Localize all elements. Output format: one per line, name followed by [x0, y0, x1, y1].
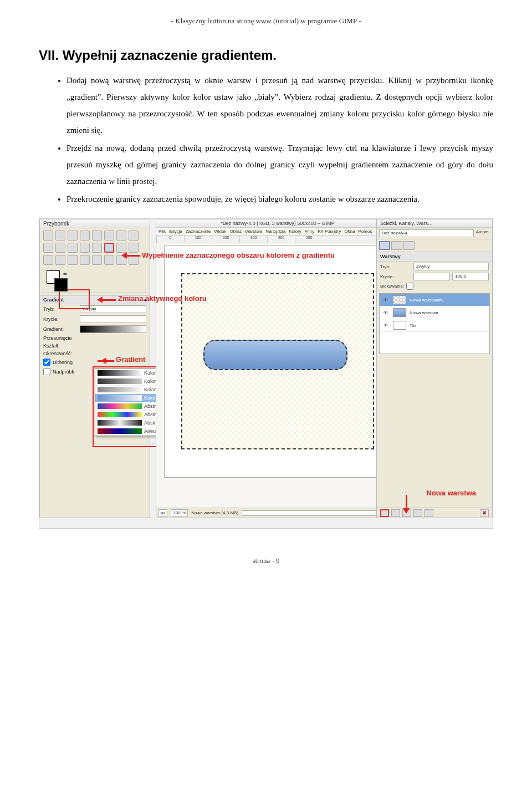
layers-section-label: Warstwy [380, 254, 401, 259]
instruction-item: Przekroczenie granicy zaznaczenia spowod… [66, 191, 493, 207]
layer-item-selected[interactable]: 👁 Nowa warstwa#1 [380, 294, 489, 306]
tool-icon[interactable] [80, 255, 90, 265]
duplicate-layer-button[interactable] [413, 509, 422, 517]
horizontal-ruler: 0 100 200 300 400 500 [156, 236, 399, 243]
layer-thumb [393, 295, 406, 304]
menu-item[interactable]: Edycja [169, 229, 182, 234]
tool-icon[interactable] [68, 255, 78, 265]
canvas-menubar[interactable]: Plik Edycja Zaznaczenie Widok Obraz Wars… [156, 228, 399, 236]
menu-item[interactable]: Zaznaczenie [186, 229, 211, 234]
menu-item[interactable]: Kolory [289, 229, 301, 234]
visibility-icon[interactable]: 👁 [382, 323, 390, 328]
tool-icon[interactable] [116, 243, 126, 253]
layer-opacity-slider[interactable] [413, 273, 450, 280]
layers-window-title: Ścieżki, Kanały, Wars… [377, 219, 492, 228]
annotation-arrow [118, 252, 140, 259]
annotation-gradient-fill: Wypełnienie zaznaczonego obszaru kolorem… [142, 251, 335, 259]
lock-checkbox[interactable] [406, 283, 413, 290]
menu-item[interactable]: Plik [158, 229, 166, 234]
tool-icon[interactable] [55, 255, 65, 265]
tool-icon[interactable] [104, 231, 114, 241]
instruction-item: Dodaj nową warstwę przeźroczystą w oknie… [66, 72, 493, 139]
annotation-arrow [98, 357, 114, 364]
tool-icon[interactable] [80, 243, 90, 253]
tool-icon[interactable] [92, 255, 102, 265]
anchor-layer-button[interactable] [424, 509, 433, 517]
visibility-icon[interactable]: 👁 [382, 310, 390, 315]
zoom-select[interactable]: 100 % [171, 509, 188, 516]
mode-select[interactable]: Zwykły [80, 305, 146, 313]
tool-icon[interactable] [92, 231, 102, 241]
color-selector-highlight [59, 289, 90, 309]
tool-icon[interactable] [92, 243, 102, 253]
gradient-tool-icon[interactable] [104, 243, 114, 253]
raise-layer-button[interactable] [391, 509, 400, 517]
tool-icon[interactable] [129, 231, 139, 241]
supersample-label: Nadpróbk [53, 369, 74, 375]
canvas-drawing-area[interactable] [164, 245, 391, 478]
tool-icon[interactable] [43, 255, 53, 265]
tool-icon[interactable] [55, 243, 65, 253]
tool-icon-grid [40, 228, 150, 267]
layer-mode-label: Tryb: [380, 264, 411, 269]
layer-name: Nowa warstwa [410, 310, 438, 315]
repeat-label: Okresowość: [43, 351, 78, 356]
tool-icon[interactable] [43, 231, 53, 241]
dithering-checkbox[interactable] [43, 359, 50, 366]
annotation-active-color: Zmiana aktywnego koloru [118, 294, 207, 303]
instruction-item: Przejdź na nową, dodaną przed chwilą prz… [66, 140, 493, 190]
gimp-screenshot: Przybornik [39, 218, 493, 529]
color-selector[interactable]: ⇄ [47, 270, 80, 290]
status-progress [242, 510, 397, 516]
annotation-arrow [403, 495, 410, 517]
unit-select[interactable]: px [158, 509, 167, 516]
tool-icon[interactable] [104, 255, 114, 265]
channels-tab-icon[interactable] [391, 241, 402, 250]
canvas-title: *Bez nazwy-4.0 (RGB, 3 warstwy) 500x400 … [156, 219, 399, 228]
tool-icon[interactable] [68, 243, 78, 253]
opacity-slider[interactable] [80, 315, 146, 323]
layer-opacity-value[interactable]: 100,0 [452, 273, 489, 280]
annotation-arrow [94, 296, 116, 303]
layer-mode-select[interactable]: Zwykły [413, 263, 489, 270]
annotation-gradient: Gradient [116, 355, 145, 364]
layer-name: Tło [410, 323, 416, 328]
tool-icon[interactable] [80, 231, 90, 241]
tool-icon[interactable] [55, 231, 65, 241]
paths-tab-icon[interactable] [403, 241, 415, 250]
document-select[interactable]: Bez nazwy-4 [379, 229, 474, 237]
supersample-checkbox[interactable] [43, 368, 50, 375]
tool-icon[interactable] [129, 243, 139, 253]
menu-item[interactable]: Narzędzia [265, 229, 285, 234]
gradient-select[interactable] [80, 325, 146, 333]
menu-item[interactable]: Okna [344, 229, 355, 234]
menu-item[interactable]: Obraz [230, 229, 242, 234]
layer-list: 👁 Nowa warstwa#1 👁 Nowa warstwa 👁 Tło [379, 293, 490, 354]
tool-icon[interactable] [43, 243, 53, 253]
layer-item[interactable]: 👁 Nowa warstwa [380, 306, 489, 319]
menu-item[interactable]: Filtry [305, 229, 314, 234]
gradient-label: Gradient: [43, 326, 78, 332]
background-color[interactable] [54, 278, 68, 291]
new-layer-button[interactable] [380, 509, 389, 517]
status-layer-info: Nowa warstwa (4,3 MB) [191, 510, 238, 515]
menu-item[interactable]: Widok [214, 229, 226, 234]
instruction-list: Dodaj nową warstwę przeźroczystą w oknie… [39, 72, 493, 207]
status-bar: px 100 % Nowa warstwa (4,3 MB) [156, 508, 399, 518]
menu-item[interactable]: FX-Foundry [318, 229, 341, 234]
menu-item[interactable]: Warstwa [245, 229, 262, 234]
menu-item[interactable]: Pomoc [359, 229, 372, 234]
layers-action-bar: ✖ [377, 508, 492, 518]
layer-item[interactable]: 👁 Tło [380, 319, 489, 332]
canvas-window: *Bez nazwy-4.0 (RGB, 3 warstwy) 500x400 … [156, 219, 400, 518]
section-title: VII. Wypełnij zaznaczenie gradientem. [39, 48, 493, 63]
annotation-new-layer: Nowa warstwa [426, 489, 476, 497]
swap-colors-icon[interactable]: ⇄ [63, 272, 67, 277]
delete-layer-button[interactable]: ✖ [480, 509, 489, 517]
layers-tab-icon[interactable] [379, 241, 390, 250]
visibility-icon[interactable]: 👁 [382, 298, 390, 303]
page-header: - Klasyczny button na stronę www (tutori… [39, 17, 493, 25]
tool-icon[interactable] [68, 231, 78, 241]
tool-icon[interactable] [116, 231, 126, 241]
toolbox-title: Przybornik [40, 219, 150, 228]
